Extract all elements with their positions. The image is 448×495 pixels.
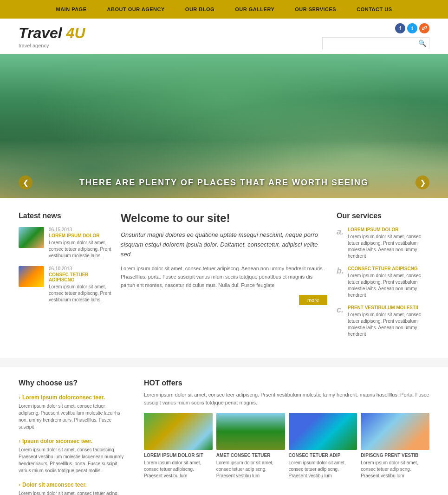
logo-subtitle: travel agency	[19, 43, 85, 48]
service-content: LOREM IPSUM DOLOR Lorem ipsum dolor sit …	[348, 227, 429, 260]
why-item-title: Lorem ipsum dolorconsec teer.	[22, 394, 105, 401]
hot-card: AMET CONSEC TETUER Lorem ipsum dolor sit…	[216, 413, 285, 479]
more-button[interactable]: more	[299, 295, 327, 305]
services-title: Our services	[337, 212, 429, 220]
nav-contact[interactable]: CONTACT US	[346, 0, 402, 19]
hot-card: CONSEC TETUER ADIP Lorem ipsum dolor sit…	[289, 413, 357, 479]
divider	[0, 358, 448, 367]
nav-gallery[interactable]: OUR GALLERY	[225, 0, 285, 19]
nav-main-page[interactable]: MAIN PAGE	[45, 0, 97, 19]
why-item: ›Ipsum dolor siconsec teer. Lorem ipsum …	[19, 438, 125, 474]
news-date: 06.10.2013	[49, 266, 111, 271]
news-text: 06.10.2013 CONSEC TETUER ADIPISCNG Lorem…	[49, 266, 111, 303]
facebook-icon[interactable]: f	[395, 23, 405, 33]
news-headline: CONSEC TETUER ADIPISCNG	[49, 272, 111, 282]
hot-card-body: Lorem ipsum dolor sit amet, consec tetue…	[361, 460, 429, 479]
service-item: a. LOREM IPSUM DOLOR Lorem ipsum dolor s…	[337, 227, 429, 260]
service-content: PRENT VESTIBULUM MOLESTII Lorem ipsum do…	[348, 305, 429, 338]
service-body: Lorem ipsum dolor sit amet, consec tetue…	[348, 273, 429, 299]
news-item: 06.10.2013 CONSEC TETUER ADIPISCNG Lorem…	[19, 266, 111, 303]
hot-card-title: LOREM IPSUM DOLOR SIT	[144, 453, 213, 458]
hot-offers-section: HOT offers Lorem ipsum dolor sit amet, c…	[144, 379, 429, 495]
why-item-title: Dolor sit amconsec teer.	[22, 482, 87, 488]
why-section: Why choose us? ›Lorem ipsum dolorconsec …	[19, 379, 125, 495]
news-body: Lorem ipsum dolor sit amet, consec tetue…	[49, 284, 111, 303]
main-content: Latest news 06.15.2013 LOREM IPSUM DOLOR…	[0, 198, 448, 358]
service-name: CCONSEC TETUER ADIPISCNG	[348, 266, 429, 271]
hero-caption: ❮ THERE ARE PLENTY OF PLACES THAT ARE WO…	[0, 167, 448, 198]
search-bar: 🔍	[322, 37, 429, 49]
hot-card-image	[144, 413, 213, 450]
hero-prev-button[interactable]: ❮	[19, 176, 32, 189]
hot-card-body: Lorem ipsum dolor sit amet, consec tetue…	[289, 460, 357, 479]
news-item: 06.15.2013 LOREM IPSUM DOLOR Lorem ipsum…	[19, 227, 111, 259]
hot-card: LOREM IPSUM DOLOR SIT Lorem ipsum dolor …	[144, 413, 213, 479]
service-name: LOREM IPSUM DOLOR	[348, 227, 429, 232]
twitter-icon[interactable]: t	[407, 23, 417, 33]
service-item: c. PRENT VESTIBULUM MOLESTII Lorem ipsum…	[337, 305, 429, 338]
logo-accent: 4U	[66, 25, 85, 41]
search-button[interactable]: 🔍	[416, 38, 429, 49]
welcome-title: Welcome to our site!	[121, 212, 327, 225]
service-item: b. CCONSEC TETUER ADIPISCNG Lorem ipsum …	[337, 266, 429, 299]
why-item-title: Ipsum dolor siconsec teer.	[22, 438, 92, 444]
hot-card-image	[216, 413, 285, 450]
hero-caption-text: THERE ARE PLENTY OF PLACES THAT ARE WORT…	[42, 178, 406, 188]
nav-blog[interactable]: OUR BLOG	[175, 0, 225, 19]
header-right: f t ☍ 🔍	[322, 23, 429, 49]
hot-offers-grid: LOREM IPSUM DOLOR SIT Lorem ipsum dolor …	[144, 413, 429, 479]
why-item-body: Lorem ipsum dolor sit amet, consec tetue…	[19, 403, 125, 430]
hero-banner: ❮ THERE ARE PLENTY OF PLACES THAT ARE WO…	[0, 54, 448, 198]
why-item: ›Lorem ipsum dolorconsec teer. Lorem ips…	[19, 394, 125, 430]
service-letter: b.	[337, 266, 344, 299]
why-title: Why choose us?	[19, 379, 125, 387]
service-body: Lorem ipsum dolor sit amet, consec tetue…	[348, 312, 429, 338]
service-content: CCONSEC TETUER ADIPISCNG Lorem ipsum dol…	[348, 266, 429, 299]
news-body: Lorem ipsum dolor sit amet, consec tetue…	[49, 240, 111, 259]
navigation: MAIN PAGE ABOUT OUR AGENCY OUR BLOG OUR …	[0, 0, 448, 19]
hot-card-title: CONSEC TETUER ADIP	[289, 453, 357, 458]
hot-card-image	[289, 413, 357, 450]
search-input[interactable]	[323, 39, 416, 48]
news-thumbnail	[19, 266, 44, 287]
news-headline: LOREM IPSUM DOLOR	[49, 233, 111, 238]
latest-news-title: Latest news	[19, 212, 111, 220]
social-icons: f t ☍	[395, 23, 429, 33]
why-item: ›Dolor sit amconsec teer. Lorem ipsum do…	[19, 482, 125, 495]
service-name: PRENT VESTIBULUM MOLESTII	[348, 305, 429, 310]
news-thumbnail	[19, 227, 44, 248]
hot-card: DIPISCNG PRENT VESTIB Lorem ipsum dolor …	[361, 413, 429, 479]
services-section: Our services a. LOREM IPSUM DOLOR Lorem …	[337, 212, 429, 344]
rss-icon[interactable]: ☍	[419, 23, 429, 33]
hot-card-title: AMET CONSEC TETUER	[216, 453, 285, 458]
welcome-body: Lorem ipsum dolor sit amet, consec tetue…	[121, 265, 327, 289]
why-item-body: Lorem ipsum dolor sit amet, consec tetue…	[19, 490, 125, 495]
hot-card-body: Lorem ipsum dolor sit amet, consec tetue…	[144, 460, 213, 479]
hot-card-image	[361, 413, 429, 450]
why-arrow-icon: ›	[19, 438, 20, 444]
welcome-lead: Onsuntur magni dolores eo quatione uptat…	[121, 230, 327, 259]
header: Travel 4U travel agency f t ☍ 🔍	[0, 19, 448, 54]
welcome-section: Welcome to our site! Onsuntur magni dolo…	[121, 212, 327, 344]
latest-news-section: Latest news 06.15.2013 LOREM IPSUM DOLOR…	[19, 212, 111, 344]
service-letter: a.	[337, 227, 344, 260]
hot-card-body: Lorem ipsum dolor sit amet, consec tetue…	[216, 460, 285, 479]
nav-services[interactable]: OUR SERVICES	[285, 0, 346, 19]
news-text: 06.15.2013 LOREM IPSUM DOLOR Lorem ipsum…	[49, 227, 111, 259]
hero-next-button[interactable]: ❯	[416, 176, 429, 189]
nav-about[interactable]: ABOUT OUR AGENCY	[97, 0, 175, 19]
hot-offers-title: HOT offers	[144, 379, 429, 387]
hot-offers-desc: Lorem ipsum dolor sit amet, consec teer …	[144, 391, 429, 406]
logo-text: Travel 4U	[19, 25, 85, 42]
why-arrow-icon: ›	[19, 394, 20, 401]
second-row: Why choose us? ›Lorem ipsum dolorconsec …	[0, 367, 448, 495]
why-item-body: Lorem ipsum dolor sit amet, consec tadpi…	[19, 446, 125, 474]
hot-card-title: DIPISCNG PRENT VESTIB	[361, 453, 429, 458]
service-letter: c.	[337, 305, 344, 338]
logo: Travel 4U travel agency	[19, 25, 85, 48]
service-body: Lorem ipsum dolor sit amet, consec tetue…	[348, 234, 429, 260]
why-arrow-icon: ›	[19, 482, 20, 488]
news-date: 06.15.2013	[49, 227, 111, 232]
